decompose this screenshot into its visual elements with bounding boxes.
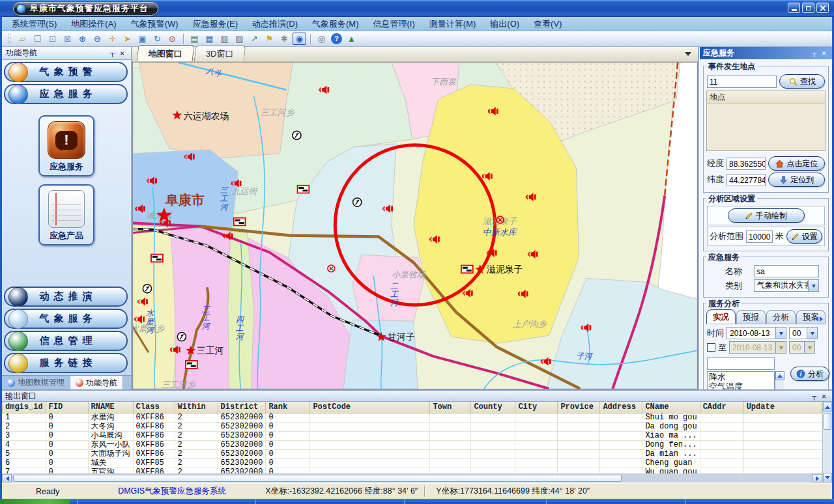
nav-group-weather-warning[interactable]: 气象预警 — [4, 62, 128, 82]
column-header-County[interactable]: County — [471, 402, 515, 413]
element-list-item[interactable]: 空气温度 — [708, 382, 774, 389]
restore-button[interactable] — [802, 3, 814, 13]
flag-marker-icon[interactable] — [186, 361, 197, 369]
map-tab-dropdown-icon[interactable] — [685, 52, 691, 59]
scrollbar-thumb[interactable] — [13, 475, 622, 482]
full-extent-icon[interactable]: ▣ — [136, 33, 149, 45]
table-row[interactable]: 50大面场子沟0XFF8626523020000Da mian ... — [3, 449, 822, 458]
flag-marker-icon[interactable] — [151, 254, 163, 262]
element-listbox[interactable]: 降水空气温度 — [707, 371, 775, 389]
hour-select[interactable]: 00 — [789, 327, 818, 339]
zoom-in-icon[interactable]: ⊕ — [76, 33, 89, 45]
scroll-right-icon[interactable] — [812, 474, 822, 483]
map-svg[interactable]: 八斗下西泉六运湖农场三工河乡九运街阜康市城关镇滋泥泉子中新水库滋泥泉子小泉牧场上… — [133, 63, 697, 389]
tab-scroll-left-icon[interactable] — [812, 316, 818, 322]
menu-item-3[interactable]: 应急服务(E) — [186, 17, 245, 31]
column-header-District[interactable]: District — [218, 402, 266, 413]
station-marker-icon[interactable] — [143, 285, 151, 293]
location-search-input[interactable]: 11 — [707, 76, 777, 88]
element-list-scrollbar[interactable] — [775, 371, 784, 389]
start-button[interactable] — [0, 499, 70, 504]
date-select[interactable]: 2010-08-13 — [726, 327, 786, 339]
nav-group-emergency-globe[interactable]: 应急服务 — [4, 84, 128, 104]
analysis-tab-2[interactable]: 分析 — [766, 310, 796, 324]
close-button[interactable] — [816, 3, 829, 13]
refresh-icon[interactable]: ↻ — [151, 33, 164, 45]
date-to-select[interactable]: 2010-08-13 — [729, 341, 786, 354]
flag-marker-icon[interactable] — [234, 218, 246, 226]
analysis-tab-0[interactable]: 实况 — [706, 309, 736, 324]
bottom-tab-map-data[interactable]: 地图数据管理 — [2, 376, 70, 389]
longitude-input[interactable]: 88.36255063 — [726, 158, 766, 170]
menu-item-1[interactable]: 地图操作(A) — [64, 17, 123, 31]
service-name-input[interactable]: sa — [754, 265, 819, 277]
column-header-CAddr[interactable]: CAddr — [700, 402, 743, 413]
menu-item-2[interactable]: 气象预警(W) — [124, 17, 186, 31]
flag-marker-icon[interactable] — [461, 265, 473, 273]
to-checkbox[interactable] — [707, 343, 715, 352]
export-tree-icon[interactable]: ▲ — [345, 33, 358, 45]
column-header-PostCode[interactable]: PostCode — [310, 402, 430, 413]
search-button[interactable]: 查找 — [779, 74, 825, 89]
column-header-City[interactable]: City — [515, 402, 558, 413]
station-marker-icon[interactable] — [353, 198, 362, 206]
scroll-up-icon[interactable] — [775, 371, 784, 380]
pin-icon[interactable]: ┬ — [809, 49, 819, 58]
output-horizontal-scrollbar[interactable] — [2, 473, 822, 483]
menu-item-9[interactable]: 查看(V) — [526, 17, 569, 31]
layers-icon[interactable]: ▤ — [188, 33, 201, 45]
element-list-item[interactable]: 降水 — [708, 372, 774, 382]
menu-item-7[interactable]: 测量计算(M) — [422, 17, 483, 31]
table-row[interactable]: 60城关0XFF8526523020000Cheng guan — [3, 458, 822, 468]
column-header-Address[interactable]: Address — [600, 402, 642, 413]
output-vertical-scrollbar[interactable] — [822, 402, 832, 483]
column-header-Rank[interactable]: Rank — [266, 402, 310, 413]
print-icon[interactable]: ▥ — [218, 33, 231, 45]
pick-arrow-icon[interactable]: ↗ — [248, 33, 261, 45]
help-icon[interactable]: ? — [331, 33, 342, 44]
settings-gear-icon[interactable]: ✱ — [278, 33, 291, 45]
scroll-down-icon[interactable] — [823, 473, 832, 483]
element-combo-input[interactable] — [707, 357, 775, 370]
bottom-tab-function-nav[interactable]: 功能导航 — [70, 376, 123, 389]
close-icon[interactable]: ✕ — [117, 49, 127, 58]
windows-taskbar[interactable] — [0, 499, 834, 504]
manual-draw-button[interactable]: 手动绘制 — [728, 208, 805, 223]
pin-icon[interactable]: ┬ — [108, 49, 117, 58]
menu-item-4[interactable]: 动态推演(D) — [245, 17, 305, 31]
hour-to-select[interactable]: 00 — [789, 341, 815, 354]
column-header-CName[interactable]: CName — [642, 402, 700, 413]
table-row[interactable]: 20大冬沟0XFF8626523020000Da dong gou — [3, 422, 822, 431]
menu-item-0[interactable]: 系统管理(S) — [5, 17, 64, 31]
zoom-history-icon[interactable]: ⊙ — [165, 33, 179, 45]
column-header-Within[interactable]: Within — [175, 402, 218, 413]
close-icon[interactable]: ✕ — [819, 49, 829, 58]
nav-group-info-management[interactable]: 信息管理 — [4, 331, 128, 351]
tab-map-window[interactable]: 地图窗口 — [137, 45, 195, 61]
pin-icon[interactable]: ┬ — [809, 391, 819, 400]
nav-group-weather-service[interactable]: 气象服务 — [4, 309, 128, 329]
map-export-icon[interactable]: ▦ — [203, 33, 216, 45]
column-header-Provice[interactable]: Provice — [558, 402, 600, 413]
goto-location-button[interactable]: 定位到 — [768, 173, 825, 187]
nav-group-dynamic-simulation[interactable]: 动态推演 — [4, 287, 128, 307]
flag-marker-icon[interactable] — [297, 186, 309, 193]
tab-scroll-right-icon[interactable] — [820, 316, 826, 322]
latitude-input[interactable]: 44.22778446 — [726, 174, 766, 186]
column-header-Town[interactable]: Town — [430, 402, 471, 413]
nav-group-service-link[interactable]: 服务链接 — [4, 353, 128, 373]
column-header-dmgis_id[interactable]: dmgis_id — [3, 402, 46, 413]
measure-icon[interactable]: ▱ — [16, 33, 29, 45]
select-rect-icon[interactable]: ⊡ — [46, 33, 59, 45]
station-marker-icon[interactable] — [177, 333, 186, 341]
table-row[interactable]: 40东风一小队0XFF8626523020000Dong fen... — [3, 440, 822, 449]
map-canvas[interactable]: 八斗下西泉六运湖农场三工河乡九运街阜康市城关镇滋泥泉子中新水库滋泥泉子小泉牧场上… — [132, 62, 698, 389]
station-marker-icon[interactable] — [293, 131, 301, 139]
service-type-select[interactable]: 气象和洪水灾害 — [754, 279, 819, 292]
select-arrow-icon[interactable]: ☐ — [31, 33, 44, 45]
tab-3d-window[interactable]: 3D窗口 — [194, 46, 246, 61]
emergency-service-big-button[interactable]: ! 应急服务 — [38, 115, 94, 176]
minimize-button[interactable] — [788, 3, 800, 13]
menu-item-5[interactable]: 气象服务(M) — [305, 17, 366, 31]
table-row[interactable]: 30小马厩沟0XFF8626523020000Xiao ma ... — [3, 431, 822, 440]
